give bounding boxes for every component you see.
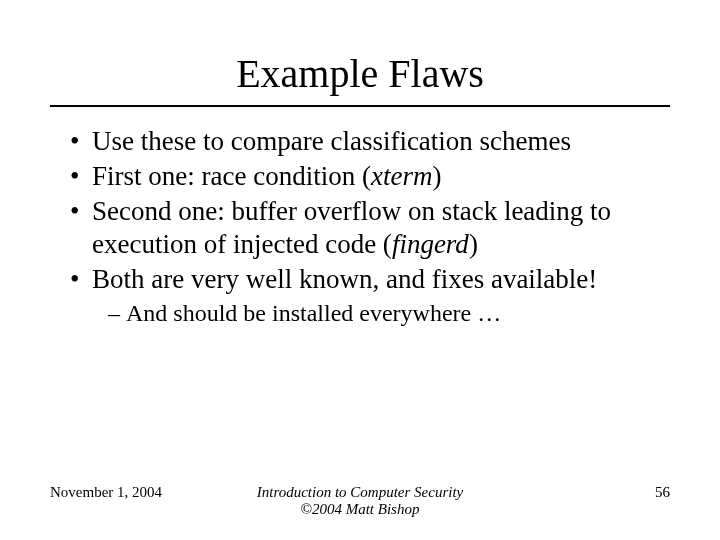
slide: Example Flaws Use these to compare class…: [0, 0, 720, 540]
footer-page-number: 56: [520, 484, 670, 501]
bullet-text-italic: fingerd: [392, 229, 469, 259]
sub-bullet-list: And should be installed everywhere …: [50, 300, 670, 327]
bullet-item: Second one: buffer overflow on stack lea…: [70, 195, 670, 261]
sub-bullet-text: And should be installed everywhere …: [126, 300, 501, 326]
sub-bullet-item: And should be installed everywhere …: [108, 300, 670, 327]
footer-copyright-line: ©2004 Matt Bishop: [301, 501, 420, 517]
bullet-item: Use these to compare classification sche…: [70, 125, 670, 158]
bullet-item: Both are very well known, and fixes avai…: [70, 263, 670, 296]
footer-title-line: Introduction to Computer Security: [257, 484, 464, 500]
bullet-text-italic: xterm: [371, 161, 432, 191]
bullet-text: ): [432, 161, 441, 191]
bullet-text: ): [469, 229, 478, 259]
bullet-text: Use these to compare classification sche…: [92, 126, 571, 156]
slide-footer: November 1, 2004 Introduction to Compute…: [50, 484, 670, 518]
bullet-text: Both are very well known, and fixes avai…: [92, 264, 597, 294]
footer-date: November 1, 2004: [50, 484, 200, 501]
bullet-text: First one: race condition (: [92, 161, 371, 191]
footer-center: Introduction to Computer Security ©2004 …: [200, 484, 520, 518]
title-divider: [50, 105, 670, 107]
bullet-item: First one: race condition (xterm): [70, 160, 670, 193]
bullet-list: Use these to compare classification sche…: [50, 125, 670, 296]
bullet-text: Second one: buffer overflow on stack lea…: [92, 196, 611, 259]
slide-title: Example Flaws: [50, 50, 670, 97]
